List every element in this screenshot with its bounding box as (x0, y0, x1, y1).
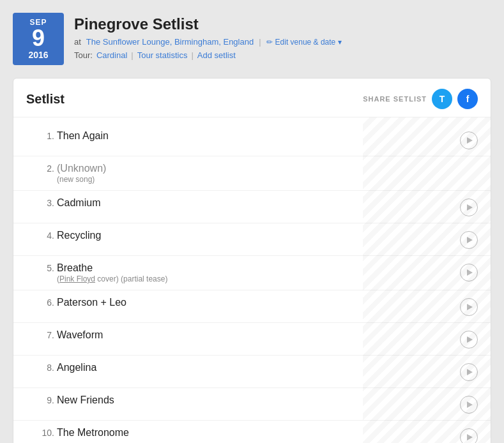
song-number: 6. (33, 297, 54, 308)
share-section: SHARE SETLIST T f (363, 89, 478, 109)
song-row: 1.Then Again (13, 124, 491, 156)
play-button[interactable] (460, 131, 478, 149)
song-name: Breathe (57, 262, 167, 274)
song-info: Cadmium (57, 197, 100, 209)
song-row: 10.The Metronome (13, 421, 491, 443)
song-number: 8. (33, 362, 54, 373)
song-info: (Unknown)(new song) (57, 163, 106, 184)
play-button[interactable] (460, 363, 478, 381)
play-icon (467, 369, 473, 375)
song-name: Angelina (57, 362, 96, 373)
song-info: Breathe(Pink Floyd cover) (partial tease… (57, 262, 167, 283)
play-icon (467, 434, 473, 440)
song-left: 3.Cadmium (33, 197, 100, 209)
song-info: Then Again (57, 130, 109, 142)
pencil-icon: ✏ (266, 38, 273, 47)
song-info: New Friends (57, 394, 114, 406)
play-button[interactable] (460, 428, 478, 443)
play-button[interactable] (460, 199, 478, 216)
song-row: 5.Breathe(Pink Floyd cover) (partial tea… (13, 256, 491, 290)
share-twitter-button[interactable]: T (432, 89, 452, 109)
song-name: Waveform (57, 329, 103, 341)
song-left: 9.New Friends (33, 394, 114, 406)
song-name: Then Again (57, 130, 109, 142)
song-number: 10. (33, 427, 54, 438)
song-name: New Friends (57, 394, 114, 406)
song-row: 3.Cadmium (13, 191, 491, 223)
song-row: 4.Recycling (13, 223, 491, 256)
tour-name-link[interactable]: Cardinal (96, 50, 127, 60)
tour-sep-1: | (131, 50, 133, 60)
venue-link[interactable]: The Sunflower Lounge, Birmingham, Englan… (86, 37, 254, 47)
tour-sep-2: | (191, 50, 193, 60)
song-number: 7. (33, 329, 54, 340)
song-left: 2.(Unknown)(new song) (33, 163, 106, 184)
date-year: 2016 (19, 50, 57, 60)
play-icon (467, 237, 473, 243)
edit-venue-label: Edit venue & date (275, 38, 336, 47)
play-icon (467, 269, 473, 276)
date-box: SEP 9 2016 (13, 13, 64, 65)
song-info: The Metronome (57, 427, 129, 439)
header-info: Pinegrove Setlist at The Sunflower Loung… (74, 13, 342, 60)
at-label: at (74, 37, 81, 47)
play-icon (467, 402, 473, 408)
play-button[interactable] (460, 396, 478, 414)
setlist-card: Setlist SHARE SETLIST T f 1.Then Again2.… (13, 78, 491, 443)
song-left: 7.Waveform (33, 329, 103, 341)
edit-venue-button[interactable]: ✏ Edit venue & date ▾ (266, 38, 342, 47)
chevron-down-icon: ▾ (338, 38, 342, 47)
tour-line: Tour: Cardinal | Tour statistics | Add s… (74, 50, 342, 60)
song-subtitle: (new song) (57, 175, 106, 184)
song-left: 6.Paterson + Leo (33, 297, 126, 308)
share-label: SHARE SETLIST (363, 95, 427, 103)
song-row: 8.Angelina (13, 356, 491, 388)
divider-1: | (259, 37, 261, 47)
play-button[interactable] (460, 298, 478, 316)
song-info: Paterson + Leo (57, 297, 126, 308)
song-left: 8.Angelina (33, 362, 96, 373)
play-icon (467, 336, 473, 343)
song-row: 9.New Friends (13, 388, 491, 421)
page-title: Pinegrove Setlist (74, 15, 342, 33)
song-name: Paterson + Leo (57, 297, 126, 308)
song-number: 2. (33, 163, 54, 174)
play-button[interactable] (460, 264, 478, 282)
venue-line: at The Sunflower Lounge, Birmingham, Eng… (74, 37, 342, 47)
song-info: Angelina (57, 362, 96, 373)
song-name: The Metronome (57, 427, 129, 439)
tour-label: Tour: (74, 50, 93, 60)
song-name: Recycling (57, 230, 101, 241)
song-row: 6.Paterson + Leo (13, 290, 491, 323)
song-left: 5.Breathe(Pink Floyd cover) (partial tea… (33, 262, 167, 283)
song-number: 9. (33, 394, 54, 405)
setlist-title: Setlist (26, 92, 65, 107)
song-number: 3. (33, 197, 54, 208)
setlist-card-header: Setlist SHARE SETLIST T f (13, 79, 491, 117)
tour-statistics-link[interactable]: Tour statistics (137, 50, 188, 60)
song-left: 1.Then Again (33, 130, 109, 142)
play-button[interactable] (460, 231, 478, 249)
song-name: Cadmium (57, 197, 100, 209)
cover-artist-link[interactable]: Pink Floyd (59, 274, 95, 283)
song-row: 7.Waveform (13, 323, 491, 356)
page-header: SEP 9 2016 Pinegrove Setlist at The Sunf… (13, 13, 491, 65)
song-subtitle: (Pink Floyd cover) (partial tease) (57, 274, 167, 283)
song-number: 1. (33, 130, 54, 141)
song-list-wrapper: 1.Then Again2.(Unknown)(new song)3.Cadmi… (13, 117, 491, 443)
play-button[interactable] (460, 331, 478, 349)
song-info: Waveform (57, 329, 103, 341)
date-day: 9 (19, 27, 57, 50)
song-list: 1.Then Again2.(Unknown)(new song)3.Cadmi… (13, 117, 491, 443)
song-info: Recycling (57, 230, 101, 241)
add-setlist-link[interactable]: Add setlist (197, 50, 236, 60)
song-number: 5. (33, 262, 54, 273)
song-name: (Unknown) (57, 163, 106, 174)
song-left: 4.Recycling (33, 230, 101, 241)
share-facebook-button[interactable]: f (457, 89, 478, 109)
play-icon (467, 137, 473, 144)
song-left: 10.The Metronome (33, 427, 129, 439)
song-number: 4. (33, 230, 54, 241)
play-icon (467, 304, 473, 310)
song-row: 2.(Unknown)(new song) (13, 156, 491, 191)
